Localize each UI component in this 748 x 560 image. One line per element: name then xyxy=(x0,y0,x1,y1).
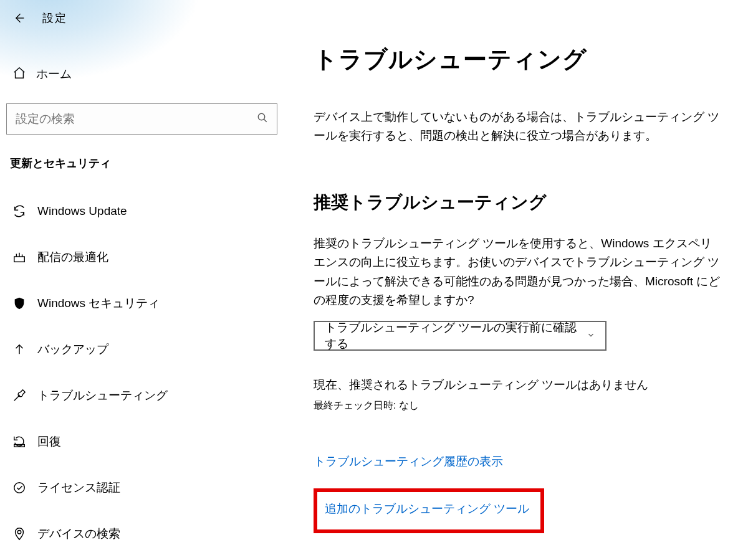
section-label: 更新とセキュリティ xyxy=(0,156,284,171)
search-box[interactable] xyxy=(6,103,277,135)
header: 設定 xyxy=(0,0,284,36)
view-history-link[interactable]: トラブルシューティング履歴の表示 xyxy=(314,453,503,470)
additional-tools-highlight: 追加のトラブルシューティング ツール xyxy=(314,488,544,533)
sidebar-item-label: Windows セキュリティ xyxy=(37,295,160,311)
sidebar-item-windows-security[interactable]: Windows セキュリティ xyxy=(0,280,284,326)
sidebar-item-label: ライセンス認証 xyxy=(37,480,120,496)
recovery-icon xyxy=(11,435,27,448)
svg-line-6 xyxy=(14,395,20,401)
chevron-down-icon xyxy=(587,331,595,341)
last-checked-text: 最終チェック日時: なし xyxy=(314,399,722,412)
svg-point-9 xyxy=(17,531,21,534)
no-recommended-text: 現在、推奨されるトラブルシューティング ツールはありません xyxy=(314,377,722,393)
home-label: ホーム xyxy=(36,66,72,82)
sidebar: 設定 ホーム 更新とセキュリティ xyxy=(0,0,284,560)
troubleshoot-preference-dropdown[interactable]: トラブルシューティング ツールの実行前に確認する xyxy=(314,321,607,351)
home-icon xyxy=(12,66,27,83)
sidebar-item-label: デバイスの検索 xyxy=(37,526,120,542)
search-input[interactable] xyxy=(16,112,257,126)
sidebar-item-windows-update[interactable]: Windows Update xyxy=(0,188,284,234)
page-description: デバイス上で動作していないものがある場合は、トラブルシューティング ツールを実行… xyxy=(314,108,722,146)
sidebar-item-label: Windows Update xyxy=(37,204,127,218)
nav: Windows Update 配信の最適化 Windows セキュリテ xyxy=(0,188,284,557)
sidebar-item-label: 回復 xyxy=(37,434,61,450)
back-button[interactable] xyxy=(6,6,31,31)
sidebar-item-backup[interactable]: バックアップ xyxy=(0,326,284,373)
dropdown-selected: トラブルシューティング ツールの実行前に確認する xyxy=(325,320,587,352)
svg-line-2 xyxy=(264,119,267,122)
svg-point-1 xyxy=(258,113,265,120)
recommended-description: 推奨のトラブルシューティング ツールを使用すると、Windows エクスペリエン… xyxy=(314,234,722,310)
recommended-heading: 推奨トラブルシューティング xyxy=(314,191,722,214)
sidebar-item-recovery[interactable]: 回復 xyxy=(0,419,284,465)
sidebar-item-troubleshoot[interactable]: トラブルシューティング xyxy=(0,373,284,419)
search-icon xyxy=(257,112,268,126)
sidebar-item-label: トラブルシューティング xyxy=(37,387,168,404)
sidebar-item-find-my-device[interactable]: デバイスの検索 xyxy=(0,511,284,557)
window-title: 設定 xyxy=(42,11,67,26)
delivery-icon xyxy=(11,250,27,264)
find-device-icon xyxy=(11,527,27,541)
sidebar-item-label: バックアップ xyxy=(37,341,108,358)
shield-icon xyxy=(11,297,27,310)
svg-rect-3 xyxy=(14,257,25,262)
main-content: トラブルシューティング デバイス上で動作していないものがある場合は、トラブルシュ… xyxy=(284,0,748,560)
sidebar-item-delivery-optimization[interactable]: 配信の最適化 xyxy=(0,234,284,280)
svg-point-8 xyxy=(14,483,25,493)
sidebar-item-label: 配信の最適化 xyxy=(37,249,108,265)
page-title: トラブルシューティング xyxy=(314,44,722,75)
sidebar-item-activation[interactable]: ライセンス認証 xyxy=(0,465,284,511)
check-circle-icon xyxy=(11,481,27,495)
home-nav[interactable]: ホーム xyxy=(0,56,284,92)
backup-icon xyxy=(11,343,27,356)
additional-troubleshooters-link[interactable]: 追加のトラブルシューティング ツール xyxy=(325,502,529,515)
refresh-icon xyxy=(11,204,27,218)
arrow-left-icon xyxy=(12,12,25,24)
wrench-icon xyxy=(11,389,27,402)
